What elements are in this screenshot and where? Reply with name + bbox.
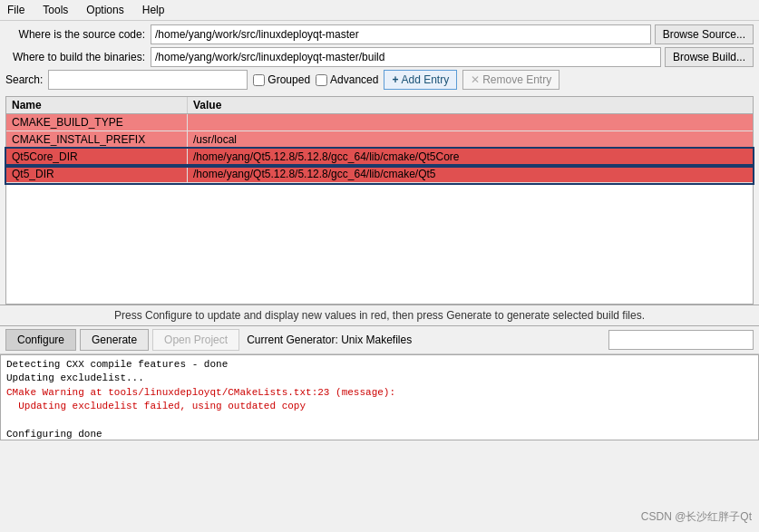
menu-help[interactable]: Help [139, 2, 169, 18]
open-project-button: Open Project [152, 329, 239, 351]
remove-entry-label: Remove Entry [482, 73, 551, 86]
plus-icon: + [392, 73, 398, 86]
cell-value [188, 114, 753, 131]
cmake-table: Name Value CMAKE_BUILD_TYPE CMAKE_INSTAL… [5, 96, 754, 305]
status-bar: Press Configure to update and display ne… [0, 305, 759, 326]
toolbar-search-input[interactable] [608, 330, 754, 350]
log-line: Detecting CXX compile features - done [6, 358, 753, 372]
log-line: Updating excludelist failed, using outda… [6, 400, 753, 413]
build-input[interactable] [151, 47, 661, 67]
menu-options[interactable]: Options [83, 2, 127, 18]
table-empty-area [6, 183, 753, 301]
remove-entry-button[interactable]: ✕ Remove Entry [462, 70, 560, 90]
source-label: Where is the source code: [5, 28, 151, 41]
main-content: Where is the source code: Browse Source.… [0, 21, 759, 96]
bottom-toolbar: Configure Generate Open Project Current … [0, 326, 759, 354]
cell-value: /home/yang/Qt5.12.8/5.12.8/gcc_64/lib/cm… [188, 166, 753, 182]
table-row[interactable]: Qt5_DIR /home/yang/Qt5.12.8/5.12.8/gcc_6… [6, 166, 753, 183]
cell-name: Qt5_DIR [6, 166, 188, 182]
generate-button[interactable]: Generate [80, 329, 149, 351]
watermark: CSDN @长沙红胖子Qt [641, 509, 752, 525]
table-row[interactable]: Qt5Core_DIR /home/yang/Qt5.12.8/5.12.8/g… [6, 149, 753, 166]
menubar: File Tools Options Help [0, 0, 759, 21]
cell-value: /usr/local [188, 131, 753, 148]
col-value-header: Value [188, 97, 753, 113]
cell-value: /home/yang/Qt5.12.8/5.12.8/gcc_64/lib/cm… [188, 149, 753, 165]
search-row: Search: Grouped Advanced + Add Entry ✕ R… [5, 70, 754, 90]
log-line: CMake Warning at tools/linuxdeployqt/CMa… [6, 386, 753, 400]
log-line: Updating excludelist... [6, 372, 753, 385]
grouped-label: Grouped [268, 73, 310, 86]
advanced-label: Advanced [330, 73, 378, 86]
source-input[interactable] [151, 24, 651, 44]
browse-build-button[interactable]: Browse Build... [665, 47, 754, 67]
table-header: Name Value [6, 97, 753, 114]
table-row[interactable]: CMAKE_BUILD_TYPE [6, 114, 753, 131]
log-area[interactable]: Detecting CXX compile features - done Up… [0, 354, 759, 440]
grouped-checkbox[interactable] [253, 74, 265, 86]
menu-file[interactable]: File [4, 2, 28, 18]
x-icon: ✕ [471, 73, 480, 86]
advanced-checkbox-label[interactable]: Advanced [316, 73, 378, 86]
cell-name: Qt5Core_DIR [6, 149, 188, 165]
search-label: Search: [5, 73, 43, 86]
menu-tools[interactable]: Tools [39, 2, 72, 18]
build-row: Where to build the binaries: Browse Buil… [5, 47, 754, 67]
status-message: Press Configure to update and display ne… [114, 309, 645, 322]
cell-name: CMAKE_INSTALL_PREFIX [6, 131, 188, 148]
search-input[interactable] [48, 70, 248, 90]
grouped-checkbox-label[interactable]: Grouped [253, 73, 310, 86]
table-row[interactable]: CMAKE_INSTALL_PREFIX /usr/local [6, 131, 753, 149]
table-body: CMAKE_BUILD_TYPE CMAKE_INSTALL_PREFIX /u… [6, 114, 753, 304]
advanced-checkbox[interactable] [316, 74, 327, 86]
generator-label: Current Generator: Unix Makefiles [247, 334, 412, 346]
configure-button[interactable]: Configure [5, 329, 76, 351]
log-line: Configuring done [6, 428, 753, 440]
log-line [6, 414, 753, 428]
source-row: Where is the source code: Browse Source.… [5, 24, 754, 44]
col-name-header: Name [6, 97, 188, 113]
add-entry-button[interactable]: + Add Entry [384, 70, 457, 90]
build-label: Where to build the binaries: [5, 51, 151, 63]
cell-name: CMAKE_BUILD_TYPE [6, 114, 188, 131]
add-entry-label: Add Entry [401, 73, 449, 86]
browse-source-button[interactable]: Browse Source... [655, 24, 754, 44]
